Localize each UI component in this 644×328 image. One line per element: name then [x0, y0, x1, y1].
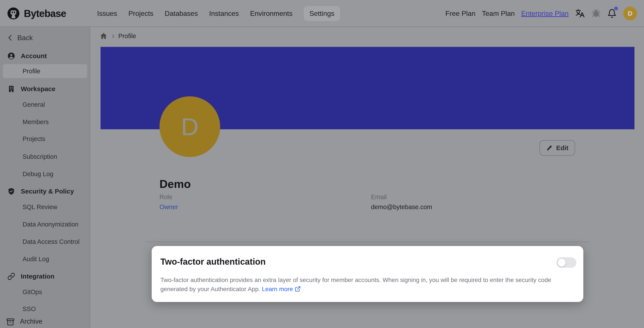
pencil-icon [546, 145, 553, 151]
two-factor-auth-card: Two-factor authentication Two-factor aut… [152, 246, 583, 302]
external-link-icon [295, 286, 301, 292]
settings-sidebar: Back Account Profile [0, 27, 90, 328]
role-label: Role [160, 193, 172, 201]
bell-icon[interactable] [607, 9, 617, 18]
archive-icon [6, 317, 15, 326]
edit-profile-button[interactable]: Edit [540, 140, 575, 156]
email-value: demo@bytebase.com [371, 203, 432, 211]
sidebar-section-workspace: Workspace [0, 83, 90, 95]
email-label: Email [371, 193, 387, 201]
home-icon[interactable] [100, 32, 108, 40]
breadcrumb-chevron-icon [110, 34, 116, 39]
link-icon [7, 272, 15, 280]
translate-icon[interactable] [575, 9, 585, 19]
learn-more-link[interactable]: Learn more [262, 286, 301, 292]
sidebar-item-data-access-control[interactable]: Data Access Control [0, 236, 90, 248]
back-button[interactable]: Back [0, 32, 90, 44]
section-divider [146, 242, 590, 242]
chevron-left-icon [5, 33, 15, 43]
sidebar-item-archive[interactable]: Archive [0, 316, 90, 328]
profile-name: Demo [160, 177, 191, 190]
notification-badge [614, 7, 618, 11]
two-factor-auth-title: Two-factor authentication [160, 257, 266, 267]
bytebase-logo-icon [7, 7, 20, 20]
two-factor-auth-description: Two-factor authentication provides an ex… [160, 275, 575, 294]
sidebar-item-general[interactable]: General [0, 99, 90, 111]
bytebase-logo[interactable]: Bytebase [7, 0, 66, 27]
sidebar-item-subscription[interactable]: Subscription [0, 151, 90, 163]
main-nav: Issues Projects Databases Instances Envi… [97, 0, 340, 27]
sidebar-item-profile[interactable]: Profile [3, 64, 87, 78]
two-factor-auth-toggle[interactable] [556, 257, 576, 268]
toggle-knob [557, 258, 566, 267]
navbar-right-group: Free Plan Team Plan Enterprise Plan [445, 0, 637, 27]
bytebase-wordmark: Bytebase [24, 8, 66, 19]
sidebar-item-projects[interactable]: Projects [0, 133, 90, 145]
nav-issues[interactable]: Issues [97, 10, 117, 18]
shield-check-icon [7, 187, 15, 195]
user-circle-icon [7, 52, 15, 60]
sidebar-scroll-area: Back Account Profile [0, 27, 90, 311]
sidebar-item-sso[interactable]: SSO [0, 303, 90, 311]
nav-projects[interactable]: Projects [128, 10, 154, 18]
nav-settings-active[interactable]: Settings [304, 6, 340, 21]
sidebar-section-security-policy: Security & Policy [0, 185, 90, 197]
nav-databases[interactable]: Databases [165, 10, 198, 18]
sidebar-item-gitops[interactable]: GitOps [0, 286, 90, 298]
building-icon [7, 85, 15, 93]
profile-avatar: D [160, 96, 220, 157]
nav-environments[interactable]: Environments [250, 10, 292, 18]
sidebar-item-audit-log[interactable]: Audit Log [0, 253, 90, 265]
sidebar-item-sql-review[interactable]: SQL Review [0, 201, 90, 213]
user-avatar[interactable]: D [623, 7, 637, 21]
sidebar-item-members[interactable]: Members [0, 116, 90, 128]
sidebar-item-data-anonymization[interactable]: Data Anonymization [0, 218, 90, 230]
nav-instances[interactable]: Instances [209, 10, 239, 18]
top-navbar: Bytebase Issues Projects Databases Insta… [0, 0, 644, 27]
edit-button-label: Edit [556, 144, 568, 152]
bug-icon[interactable] [592, 9, 601, 18]
profile-page: Profile D Edit Demo Role Owner Email dem… [90, 27, 644, 328]
free-plan-button[interactable]: Free Plan [445, 10, 476, 18]
sidebar-item-debug-log[interactable]: Debug Log [0, 168, 90, 180]
breadcrumb-page: Profile [118, 33, 136, 40]
team-plan-button[interactable]: Team Plan [482, 10, 515, 18]
enterprise-plan-link[interactable]: Enterprise Plan [521, 10, 568, 18]
sidebar-section-integration: Integration [0, 270, 90, 282]
bytebase-app: Bytebase Issues Projects Databases Insta… [0, 0, 644, 328]
sidebar-section-account: Account [0, 50, 90, 62]
role-value-link[interactable]: Owner [160, 203, 178, 211]
